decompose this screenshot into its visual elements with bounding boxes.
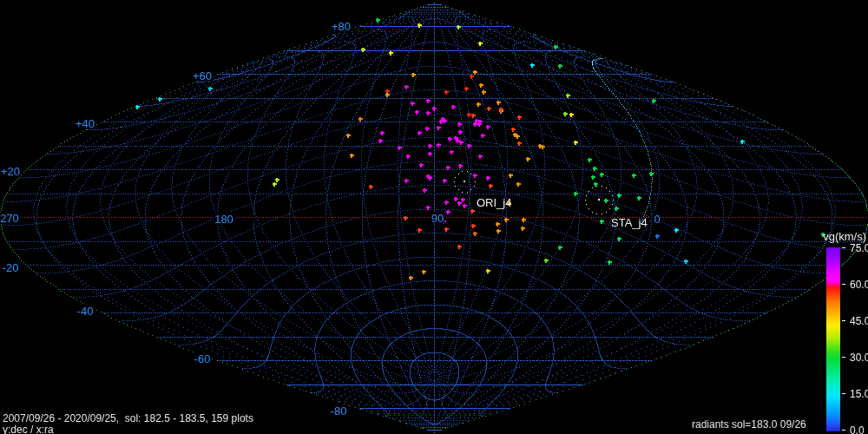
dec-axis-label-+60: +60 bbox=[192, 70, 213, 82]
ra-axis-label-0: 0 bbox=[653, 214, 661, 225]
dec-axis-label-+20: +20 bbox=[0, 166, 21, 177]
dec-axis-label--80: -80 bbox=[330, 405, 348, 417]
ra-axis-label-180: 180 bbox=[214, 214, 234, 225]
dec-axis-label--60: -60 bbox=[194, 353, 212, 365]
colorbar-tick-60.0: 60.0 bbox=[850, 279, 868, 290]
dec-axis-label-+40: +40 bbox=[75, 118, 95, 129]
colorbar-title: vg(km/s) bbox=[823, 230, 866, 243]
colorbar-tick-0.0: 0.0 bbox=[850, 425, 865, 434]
shower-label-sta: STA_j4 bbox=[611, 217, 648, 229]
dec-axis-label--20: -20 bbox=[2, 262, 20, 273]
colorbar-tick-30.0: 30.0 bbox=[850, 352, 868, 363]
ra-axis-label-270: 270 bbox=[0, 213, 20, 224]
footer-date-sol-info: 2007/09/26 - 2020/09/25, sol: 182.5 - 18… bbox=[3, 413, 253, 424]
dec-axis-label--40: -40 bbox=[76, 306, 95, 317]
footer-radiants-note: radiants sol=183.0 09/26 bbox=[692, 419, 806, 430]
shower-label-ori: ORI_j4 bbox=[477, 197, 511, 209]
footer-axes-note: y:dec / x:ra bbox=[3, 424, 54, 434]
colorbar-tick-45.0: 45.0 bbox=[850, 316, 868, 326]
colorbar-tick-15.0: 15.0 bbox=[850, 389, 868, 399]
dec-axis-label-+80: +80 bbox=[331, 21, 352, 32]
colorbar-tick-75.0: 75.0 bbox=[850, 243, 868, 253]
ra-axis-label-90: 90 bbox=[431, 213, 444, 224]
radiant-map-window: 270180900+80+60+40+20-20-40-60-8075.060.… bbox=[0, 0, 868, 434]
